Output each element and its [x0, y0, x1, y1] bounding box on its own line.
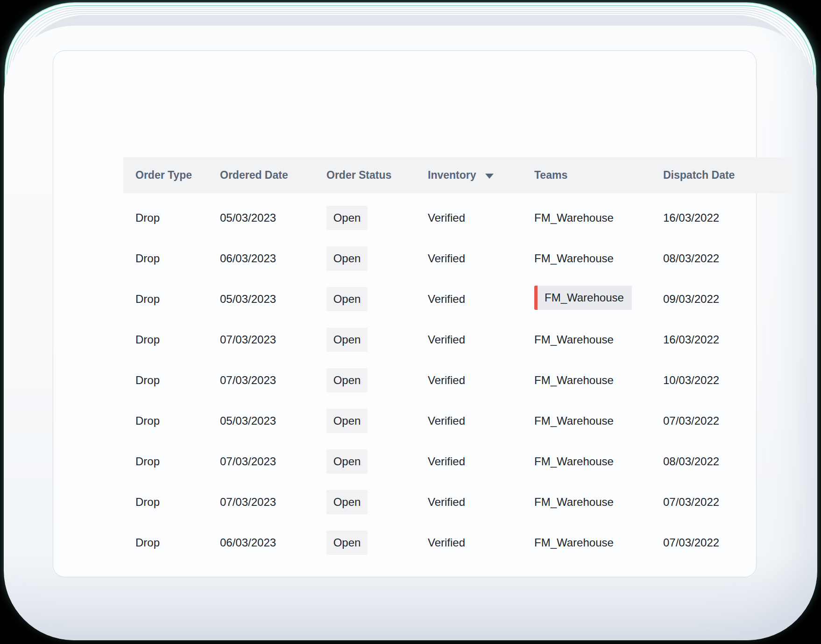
- team-label: FM_Warehouse: [538, 286, 632, 310]
- table-row[interactable]: Drop 06/03/2023 Open Verified FM_Warehou…: [123, 238, 796, 279]
- cell-order-status: Open: [326, 287, 428, 311]
- status-badge: Open: [326, 449, 368, 474]
- cell-inventory: Verified: [428, 455, 534, 468]
- cell-dispatch-date: 07/03/2022: [663, 414, 796, 427]
- cell-inventory: Verified: [428, 293, 534, 306]
- red-accent-bar: [534, 286, 538, 310]
- status-badge: Open: [326, 206, 368, 230]
- cell-order-status: Open: [326, 246, 428, 271]
- column-header-label: Dispatch Date: [663, 169, 735, 182]
- column-header-inventory[interactable]: Inventory: [428, 169, 534, 182]
- column-header-label: Order Status: [326, 169, 391, 182]
- cell-inventory: Verified: [428, 414, 534, 427]
- cell-order-type: Drop: [135, 293, 220, 306]
- cell-order-type: Drop: [135, 414, 220, 427]
- status-badge: Open: [326, 409, 368, 433]
- table-row[interactable]: Drop 05/03/2023 Open Verified FM_Warehou…: [123, 197, 796, 238]
- column-header-label: Ordered Date: [220, 169, 288, 182]
- column-header-dispatch-date: Dispatch Date: [663, 169, 796, 182]
- cell-order-status: Open: [326, 206, 428, 230]
- screenshot-stage: Order Type Ordered Date Order Status Inv…: [0, 0, 821, 644]
- cell-order-status: Open: [326, 368, 428, 392]
- status-badge: Open: [326, 287, 368, 311]
- table-row[interactable]: Drop 06/03/2023 Open Verified FM_Warehou…: [123, 522, 796, 563]
- cell-order-status: Open: [326, 531, 428, 555]
- cell-order-type: Drop: [135, 211, 220, 224]
- table-body: Drop 05/03/2023 Open Verified FM_Warehou…: [123, 193, 796, 563]
- cell-dispatch-date: 09/03/2022: [663, 293, 796, 306]
- cell-ordered-date: 05/03/2023: [220, 414, 326, 427]
- cell-teams: FM_Warehouse: [534, 536, 663, 549]
- column-header-ordered-date: Ordered Date: [220, 169, 326, 182]
- cell-dispatch-date: 07/03/2022: [663, 496, 796, 509]
- status-badge: Open: [326, 328, 368, 352]
- cell-ordered-date: 07/03/2023: [220, 333, 326, 346]
- cell-order-type: Drop: [135, 333, 220, 346]
- cell-dispatch-date: 10/03/2022: [663, 374, 796, 387]
- cell-order-status: Open: [326, 328, 428, 352]
- table-header-row: Order Type Ordered Date Order Status Inv…: [123, 157, 796, 193]
- cell-teams: FM_Warehouse: [534, 286, 663, 313]
- caret-down-icon[interactable]: [485, 174, 494, 179]
- cell-teams: FM_Warehouse: [534, 455, 663, 468]
- cell-dispatch-date: 07/03/2022: [663, 536, 796, 549]
- table-row[interactable]: Drop 07/03/2023 Open Verified FM_Warehou…: [123, 482, 796, 522]
- cell-teams: FM_Warehouse: [534, 333, 663, 346]
- cell-inventory: Verified: [428, 211, 534, 224]
- status-badge: Open: [326, 531, 368, 555]
- table-row[interactable]: Drop 05/03/2023 Open Verified FM_Warehou…: [123, 400, 796, 441]
- content-panel: Order Type Ordered Date Order Status Inv…: [53, 50, 757, 577]
- cell-inventory: Verified: [428, 374, 534, 387]
- column-header-label: Teams: [534, 169, 567, 182]
- cell-teams: FM_Warehouse: [534, 496, 663, 509]
- cell-inventory: Verified: [428, 496, 534, 509]
- cell-dispatch-date: 16/03/2022: [663, 211, 796, 224]
- orders-table: Order Type Ordered Date Order Status Inv…: [123, 157, 796, 563]
- cell-dispatch-date: 08/03/2022: [663, 252, 796, 265]
- cell-ordered-date: 06/03/2023: [220, 536, 326, 549]
- cell-order-status: Open: [326, 490, 428, 514]
- cell-ordered-date: 07/03/2023: [220, 496, 326, 509]
- column-header-teams: Teams: [534, 169, 663, 182]
- cell-order-type: Drop: [135, 455, 220, 468]
- team-highlight-badge: FM_Warehouse: [534, 286, 632, 310]
- cell-order-type: Drop: [135, 374, 220, 387]
- cell-order-type: Drop: [135, 252, 220, 265]
- column-header-order-status: Order Status: [326, 169, 428, 182]
- table-row[interactable]: Drop 07/03/2023 Open Verified FM_Warehou…: [123, 360, 796, 400]
- cell-ordered-date: 06/03/2023: [220, 252, 326, 265]
- cell-teams: FM_Warehouse: [534, 252, 663, 265]
- table-row[interactable]: Drop 07/03/2023 Open Verified FM_Warehou…: [123, 441, 796, 482]
- cell-teams: FM_Warehouse: [534, 374, 663, 387]
- cell-inventory: Verified: [428, 252, 534, 265]
- column-header-label: Inventory: [428, 169, 476, 182]
- cell-ordered-date: 05/03/2023: [220, 211, 326, 224]
- cell-teams: FM_Warehouse: [534, 414, 663, 427]
- cell-dispatch-date: 16/03/2022: [663, 333, 796, 346]
- cell-inventory: Verified: [428, 536, 534, 549]
- table-row[interactable]: Drop 07/03/2023 Open Verified FM_Warehou…: [123, 319, 796, 360]
- status-badge: Open: [326, 246, 368, 271]
- cell-order-status: Open: [326, 449, 428, 474]
- cell-ordered-date: 05/03/2023: [220, 293, 326, 306]
- status-badge: Open: [326, 368, 368, 392]
- cell-teams: FM_Warehouse: [534, 211, 663, 224]
- cell-inventory: Verified: [428, 333, 534, 346]
- cell-order-type: Drop: [135, 536, 220, 549]
- column-header-order-type: Order Type: [135, 169, 220, 182]
- cell-dispatch-date: 08/03/2022: [663, 455, 796, 468]
- table-row[interactable]: Drop 05/03/2023 Open Verified FM_Warehou…: [123, 279, 796, 319]
- cell-ordered-date: 07/03/2023: [220, 455, 326, 468]
- cell-ordered-date: 07/03/2023: [220, 374, 326, 387]
- column-header-label: Order Type: [135, 169, 192, 182]
- cell-order-type: Drop: [135, 496, 220, 509]
- status-badge: Open: [326, 490, 368, 514]
- cell-order-status: Open: [326, 409, 428, 433]
